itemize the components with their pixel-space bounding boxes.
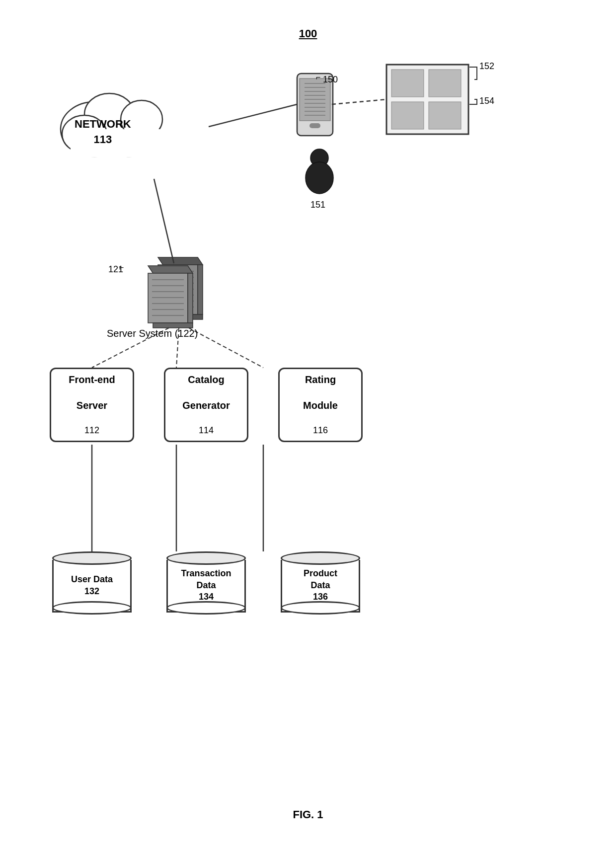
- catalog-generator-box: Catalog Generator 114: [164, 368, 248, 442]
- svg-rect-21: [386, 65, 468, 134]
- network-label: NETWORK 113: [75, 117, 131, 148]
- rating-module-ref: 116: [313, 425, 328, 436]
- svg-marker-37: [148, 266, 193, 273]
- catalog-generator-ref: 114: [199, 425, 214, 436]
- server-system-label: Server System (122): [107, 328, 198, 339]
- db-top-ellipse-transaction: [166, 551, 246, 565]
- front-end-server-ref: 112: [84, 425, 99, 436]
- svg-rect-9: [309, 123, 320, 128]
- ref-150: 150: [323, 75, 338, 85]
- svg-rect-25: [429, 102, 461, 129]
- diagram-container: 100: [0, 0, 616, 851]
- svg-line-48: [154, 179, 174, 263]
- bracket-121: ⌐: [119, 263, 124, 272]
- svg-line-49: [209, 104, 297, 127]
- user-data-db: User Data 132: [50, 551, 134, 631]
- db-bottom-ellipse-user: [52, 601, 132, 615]
- svg-rect-22: [391, 70, 424, 97]
- catalog-generator-label2: Generator: [182, 399, 230, 412]
- svg-rect-27: [158, 265, 198, 314]
- ref-154: 154: [479, 96, 494, 106]
- product-data-db: Product Data 136: [278, 551, 363, 631]
- svg-point-20: [306, 162, 333, 194]
- svg-marker-40: [153, 323, 193, 328]
- svg-rect-28: [198, 265, 203, 314]
- user-data-label: User Data 132: [71, 574, 113, 597]
- db-top-ellipse-product: [281, 551, 360, 565]
- fig-label: FIG. 1: [293, 808, 323, 821]
- svg-rect-24: [391, 102, 424, 129]
- catalog-generator-label: Catalog: [188, 373, 224, 386]
- rating-module-label: Rating: [305, 373, 336, 386]
- transaction-data-db: Transaction Data 134: [164, 551, 248, 631]
- front-end-server-box: Front-end Server 112: [50, 368, 134, 442]
- ref-152: 152: [479, 61, 494, 72]
- rating-module-label2: Module: [303, 399, 338, 412]
- svg-line-50: [332, 99, 386, 104]
- bracket-150: ⌐: [316, 73, 320, 82]
- db-bottom-ellipse-transaction: [166, 601, 246, 615]
- svg-marker-26: [158, 257, 203, 265]
- rating-module-box: Rating Module 116: [278, 368, 363, 442]
- svg-rect-39: [188, 273, 193, 323]
- front-end-server-label2: Server: [77, 399, 107, 412]
- svg-marker-29: [163, 314, 203, 319]
- top-ref-label: 100: [299, 27, 317, 40]
- front-end-server-label: Front-end: [69, 373, 115, 386]
- product-data-label: Product Data 136: [304, 568, 337, 603]
- db-bottom-ellipse-product: [281, 601, 360, 615]
- transaction-data-label: Transaction Data 134: [181, 568, 231, 603]
- ref-151: 151: [310, 200, 325, 210]
- db-top-ellipse-user: [52, 551, 132, 565]
- svg-point-19: [310, 149, 328, 167]
- components-row: Front-end Server 112 Catalog Generator 1…: [50, 368, 363, 442]
- svg-rect-38: [148, 273, 188, 323]
- svg-rect-23: [429, 70, 461, 97]
- databases-row: User Data 132 Transaction Data 134: [50, 551, 363, 631]
- svg-line-53: [189, 328, 263, 368]
